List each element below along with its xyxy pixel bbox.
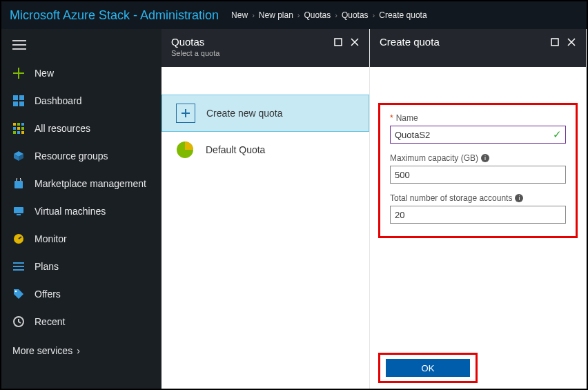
pie-icon [174,139,196,161]
more-services-label: More services [12,345,72,356]
info-icon[interactable]: i [515,194,523,202]
required-star-icon: * [390,113,393,123]
plus-icon [12,67,25,79]
chevron-right-icon: › [297,11,300,19]
ok-highlight-box: OK [378,353,478,383]
svg-rect-8 [17,127,20,130]
tag-icon [12,288,25,300]
sidebar-item-offers[interactable]: Offers [1,280,161,308]
topbar: Microsoft Azure Stack - Administration N… [1,1,587,29]
sidebar-item-label: Marketplace management [35,178,146,189]
ok-button[interactable]: OK [386,359,470,377]
blade-header: Create quota [370,29,586,67]
plus-box-icon [175,102,197,124]
breadcrumb-item[interactable]: Create quota [379,10,427,20]
breadcrumb: New › New plan › Quotas › Quotas › Creat… [231,10,427,20]
close-icon[interactable] [567,37,576,47]
svg-rect-6 [21,123,24,126]
sidebar-item-label: Plans [35,261,59,272]
sidebar-item-label: Resource groups [35,150,108,162]
more-services-link[interactable]: More services › [1,335,161,366]
check-valid-icon: ✓ [553,128,562,141]
svg-rect-1 [19,95,24,100]
svg-rect-10 [13,131,16,134]
maximize-icon[interactable] [333,37,343,47]
svg-rect-9 [21,127,24,130]
blade-title: Create quota [380,36,440,48]
sidebar-item-virtual-machines[interactable]: Virtual machines [1,197,161,225]
breadcrumb-item[interactable]: New plan [259,10,293,20]
bag-icon [12,177,25,190]
dashboard-icon [12,95,25,107]
info-icon[interactable]: i [481,154,489,162]
blade-quotas: Quotas Select a quota Create new quota [161,29,370,389]
svg-rect-16 [14,181,23,188]
sidebar-item-label: Offers [35,289,61,300]
sidebar-item-marketplace[interactable]: Marketplace management [1,170,161,197]
sidebar-item-label: Virtual machines [35,206,106,217]
maximize-icon[interactable] [550,37,560,47]
hamburger-button[interactable] [1,33,161,59]
sidebar-item-plans[interactable]: Plans [1,253,161,280]
grid-icon [12,122,25,135]
monitor-icon [12,205,25,217]
svg-rect-22 [13,269,24,271]
storage-accounts-input[interactable] [390,206,566,224]
cube-icon [12,150,25,162]
breadcrumb-item[interactable]: Quotas [342,10,369,20]
sidebar-item-label: Recent [35,316,65,327]
svg-rect-18 [17,214,21,215]
sidebar-item-label: Dashboard [35,95,82,106]
quota-item-create-new[interactable]: Create new quota [161,95,369,132]
svg-rect-26 [335,39,342,46]
sidebar: New Dashboard All resources Resource gro… [1,29,161,389]
svg-rect-0 [13,95,18,100]
sidebar-item-resource-groups[interactable]: Resource groups [1,142,161,170]
sidebar-item-all-resources[interactable]: All resources [1,115,161,142]
sidebar-item-recent[interactable]: Recent [1,308,161,335]
blades-area: Quotas Select a quota Create new quota [161,29,587,389]
max-capacity-input[interactable] [390,166,566,184]
sidebar-item-label: All resources [35,123,90,134]
max-capacity-label: Maximum capacity (GB) i [390,153,566,163]
form-highlight-box: * Name ✓ Maximum capacity (GB) i [378,103,578,238]
clock-icon [12,315,25,328]
blade-title: Quotas [171,36,219,48]
quota-item-label: Create new quota [206,108,283,119]
svg-rect-7 [13,127,16,130]
blade-header: Quotas Select a quota [161,29,369,67]
svg-rect-2 [13,101,18,106]
gauge-icon [12,233,25,245]
name-field-label: * Name [390,113,566,123]
label-text: Total number of storage accounts [390,193,512,203]
quota-item-label: Default Quota [206,144,265,155]
list-icon [12,260,25,273]
sidebar-item-label: New [35,68,54,79]
chevron-right-icon: › [335,11,337,19]
svg-rect-5 [17,123,20,126]
app-title: Microsoft Azure Stack - Administration [10,8,219,23]
svg-rect-12 [21,131,24,134]
sidebar-item-dashboard[interactable]: Dashboard [1,87,161,115]
chevron-right-icon: › [252,11,255,19]
sidebar-item-monitor[interactable]: Monitor [1,225,161,253]
label-text: Name [396,113,418,123]
blade-subtitle: Select a quota [171,49,219,57]
chevron-right-icon: › [373,11,375,19]
close-icon[interactable] [350,37,360,47]
sidebar-item-new[interactable]: New [1,59,161,87]
sidebar-item-label: Monitor [35,233,67,244]
breadcrumb-item[interactable]: Quotas [304,10,331,20]
svg-rect-28 [551,39,558,46]
svg-point-24 [15,291,17,293]
svg-rect-3 [19,101,24,106]
svg-rect-21 [13,266,24,267]
label-text: Maximum capacity (GB) [390,153,478,163]
quota-item-default[interactable]: Default Quota [161,132,369,168]
breadcrumb-item[interactable]: New [231,10,248,20]
chevron-right-icon: › [77,345,80,356]
name-input[interactable] [390,126,566,144]
storage-accounts-label: Total number of storage accounts i [390,193,566,203]
svg-rect-17 [14,207,23,213]
svg-rect-20 [13,262,24,264]
